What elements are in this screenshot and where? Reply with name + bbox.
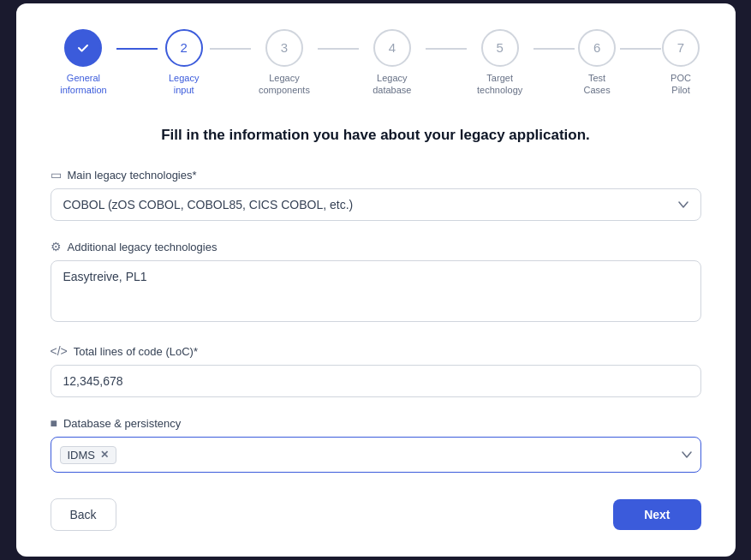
database-icon: ▭	[51, 168, 62, 182]
step-2-label: Legacy input	[158, 72, 210, 97]
step-4-circle: 4	[373, 29, 411, 67]
step-5-label: Target technology	[467, 72, 533, 97]
main-tech-label: ▭ Main legacy technologies*	[51, 168, 701, 182]
step-6[interactable]: 6 Test Cases	[575, 29, 620, 97]
step-2[interactable]: 2 Legacy input	[158, 29, 210, 97]
step-1-circle	[64, 29, 102, 67]
step-1[interactable]: General information	[51, 29, 117, 97]
loc-field-group: </> Total lines of code (LoC)*	[51, 344, 701, 397]
step-5[interactable]: 5 Target technology	[467, 29, 533, 97]
db-label: ■ Database & persistency	[51, 416, 701, 430]
step-7-label: POC Pilot	[661, 72, 701, 97]
main-tech-field-group: ▭ Main legacy technologies* COBOL (zOS C…	[51, 168, 701, 221]
step-3-label: Legacy components	[251, 72, 318, 97]
connector-1-2	[116, 48, 158, 50]
step-7[interactable]: 7 POC Pilot	[661, 29, 701, 97]
step-4[interactable]: 4 Legacy database	[359, 29, 426, 97]
step-6-circle: 6	[578, 29, 616, 67]
step-3-circle: 3	[265, 29, 303, 67]
db-tag-input-field[interactable]	[122, 448, 676, 462]
step-5-circle: 5	[481, 29, 519, 67]
next-button[interactable]: Next	[613, 499, 700, 530]
additional-tech-label: ⚙ Additional legacy technologies	[51, 240, 701, 253]
step-3[interactable]: 3 Legacy components	[251, 29, 318, 97]
main-window: General information 2 Legacy input 3 Leg…	[16, 3, 736, 557]
settings-icon: ⚙	[51, 240, 62, 253]
chevron-down-icon	[682, 449, 692, 461]
footer-buttons: Back Next	[51, 498, 701, 531]
back-button[interactable]: Back	[51, 498, 116, 531]
additional-tech-textarea[interactable]	[51, 260, 701, 322]
db-field-group: ■ Database & persistency IDMS ✕	[51, 416, 701, 473]
db-icon: ■	[51, 416, 57, 430]
connector-6-7	[620, 48, 661, 50]
connector-4-5	[426, 48, 467, 50]
connector-3-4	[318, 48, 359, 50]
loc-label: </> Total lines of code (LoC)*	[51, 344, 701, 358]
step-1-label: General information	[51, 72, 117, 97]
additional-tech-field-group: ⚙ Additional legacy technologies	[51, 240, 701, 325]
step-4-label: Legacy database	[359, 72, 426, 97]
step-6-label: Test Cases	[575, 72, 620, 97]
page-subtitle: Fill in the information you have about y…	[51, 127, 701, 144]
main-tech-select[interactable]: COBOL (zOS COBOL, COBOL85, CICS COBOL, e…	[51, 188, 701, 221]
connector-2-3	[210, 48, 251, 50]
step-7-circle: 7	[662, 29, 700, 67]
tag-remove-icon[interactable]: ✕	[100, 449, 109, 461]
code-icon: </>	[51, 344, 68, 358]
db-tag-input[interactable]: IDMS ✕	[51, 437, 701, 473]
stepper: General information 2 Legacy input 3 Leg…	[51, 29, 701, 97]
tag-label: IDMS	[68, 449, 96, 462]
step-2-circle: 2	[165, 29, 203, 67]
connector-5-6	[533, 48, 575, 50]
db-tag-idms: IDMS ✕	[60, 446, 117, 464]
loc-input[interactable]	[51, 365, 701, 397]
